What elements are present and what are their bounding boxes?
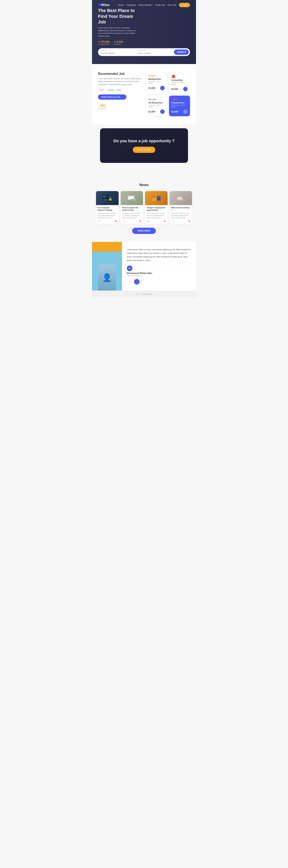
news-image-2 — [145, 191, 168, 205]
svg-rect-23 — [157, 197, 160, 197]
news-card-1: How to explore the world of work Lorem i… — [121, 191, 143, 224]
news-title-3: What remote working ? — [171, 207, 191, 211]
nav-featured[interactable]: Featured — [127, 4, 136, 6]
like-button-3[interactable]: ♡ 24 — [171, 220, 174, 222]
job-title-2: UX Researcher — [149, 102, 165, 104]
news-description-0: Lorem ipsum dolor sit amet, consectetur … — [98, 212, 117, 219]
svg-rect-5 — [103, 197, 105, 197]
svg-rect-3 — [103, 196, 106, 196]
bookmark-icon-2: 🔖 — [164, 220, 166, 222]
job-title-1: Accounting — [171, 79, 188, 81]
job-card-amazon: amazon Backend Dev California, United St… — [146, 72, 167, 94]
heart-icon-3: ♡ — [171, 220, 172, 222]
popular-count: ● 401 Popular Job — [98, 104, 142, 110]
news-image-3 — [170, 191, 192, 205]
search-input[interactable] — [101, 52, 123, 54]
bookmark-button-0[interactable]: 🔖 — [115, 220, 117, 222]
news-title-1: How to explore the world of work — [122, 207, 141, 211]
like-button-1[interactable]: ♡ 51 — [122, 220, 125, 222]
salary-0: $1,000 — [149, 87, 155, 89]
news-section: News Our Computer Network Training Lorem… — [92, 175, 196, 242]
news-description-2: Lorem ipsum dolor sit amet, consectetur … — [147, 212, 166, 219]
arrow-right-icon: → — [121, 96, 123, 98]
bookmark-icon-0: 🔖 — [115, 220, 117, 222]
svg-rect-13 — [128, 197, 131, 197]
job-card-airbnb: airbnb Frontend Dev Washington, United S… — [169, 96, 190, 116]
login-button[interactable]: Login — [179, 3, 190, 7]
cta-section: Do you have a job opportunity ? POST A J… — [92, 124, 196, 175]
job-arrow-button-2[interactable]: → — [160, 110, 165, 114]
job-cards-grid: amazon Backend Dev California, United St… — [146, 72, 190, 116]
bookmark-button-2[interactable]: 🔖 — [164, 220, 166, 222]
svg-rect-28 — [183, 198, 185, 200]
nav-how-it-works[interactable]: How it Works? — [138, 4, 153, 6]
search-section-label: SEARCH — [101, 50, 135, 51]
testimonial-divider — [134, 268, 191, 269]
stat-opportunities-number: 176.981 — [101, 40, 110, 43]
logo-accent: W — [98, 3, 101, 7]
heart-icon-0: ♥ — [98, 220, 98, 222]
orange-dot: ● — [98, 105, 99, 107]
job-location-0: California, United States — [149, 81, 165, 84]
news-grid: Our Computer Network Training Lorem ipsu… — [96, 191, 192, 224]
news-image-0 — [96, 191, 119, 205]
more-popular-job-button[interactable]: MORE POPULAR JOB → — [98, 94, 126, 100]
testimonial-avatar-circle: M — [127, 266, 132, 271]
testimonial-navigation: ← → — [127, 279, 191, 284]
more-news-button[interactable]: MORE NEWS — [132, 228, 156, 234]
job-card-apple: 🍎 Accounting California, United States $… — [169, 72, 190, 94]
recommended-description: Lorem ipsum dolor sit amet, consectetur … — [98, 77, 142, 86]
testimonial-prev-button[interactable]: ← — [127, 279, 132, 284]
testimonial-body: Lorem ipsum dolor sit amet, consectetur … — [127, 248, 191, 262]
person-image-area: 👤 — [92, 252, 122, 290]
location-input[interactable] — [138, 52, 161, 54]
testimonial-name: Muhammad Wildan Wari — [127, 272, 191, 274]
nav-post-job[interactable]: Post Job — [168, 4, 176, 6]
news-card-2: Designer employment opportunities Lorem … — [145, 191, 168, 224]
star-icon-2: ★ — [114, 41, 116, 43]
bookmark-button-3[interactable]: 🔖 — [188, 220, 190, 222]
bookmark-button-1[interactable]: 🔖 — [139, 220, 141, 222]
like-button-0[interactable]: ♥ 24 — [98, 220, 100, 222]
svg-rect-7 — [104, 200, 107, 200]
testimonial-image-area: 👤 — [92, 242, 122, 290]
navbar: WWiloa Home Featured How it Works? Finds… — [92, 0, 196, 10]
news-card-3: What remote working ? Lorem ipsum dolor … — [170, 191, 192, 224]
job-title-0: Backend Dev — [149, 78, 165, 80]
job-arrow-button-3[interactable]: → — [183, 110, 188, 114]
job-arrow-button-0[interactable]: → — [160, 86, 165, 90]
like-count-0: 24 — [99, 220, 100, 222]
hero-stat-companies: ★ 4.246 Company — [114, 40, 123, 45]
hero-title: The Best Place to Find Your Dream Job — [98, 8, 142, 25]
testimonial-content: Lorem ipsum dolor sit amet, consectetur … — [122, 242, 196, 290]
like-count-1: 51 — [124, 220, 125, 222]
nav-finds-job[interactable]: Finds Job — [155, 4, 165, 6]
person-avatar: 👤 — [98, 265, 116, 290]
salary-1: $1,000 — [171, 88, 178, 90]
job-location-1: California, United States — [171, 82, 188, 85]
svg-rect-26 — [178, 197, 182, 199]
nav-logo: WWiloa — [98, 3, 109, 7]
like-count-2: 48 — [148, 220, 150, 222]
nav-home[interactable]: Home — [118, 4, 124, 6]
star-icon: ★ — [98, 41, 100, 43]
news-title-2: Designer employment opportunities — [147, 207, 166, 211]
search-divider — [136, 50, 137, 55]
testimonial-next-button[interactable]: → — [134, 279, 139, 284]
job-arrow-button-1[interactable]: → — [183, 87, 188, 91]
hero-description: Lorem ipsum dolor sit amet, consectetur … — [98, 27, 138, 37]
bookmark-icon-3: 🔖 — [188, 220, 190, 222]
like-button-2[interactable]: ♥ 48 — [147, 220, 150, 222]
job-card-google: Google UX Researcher California, United … — [146, 96, 167, 116]
airbnb-logo: airbnb — [171, 98, 188, 100]
search-button[interactable]: SEARCH — [174, 50, 189, 55]
testimonial-avatar-row: M — [127, 266, 191, 271]
post-job-button[interactable]: POST A JOB — [133, 147, 155, 153]
bookmark-icon-1: 🔖 — [139, 220, 141, 222]
svg-rect-6 — [105, 199, 106, 200]
svg-rect-19 — [152, 197, 155, 197]
brand-dirac: DIRAC — [98, 89, 105, 91]
stat-companies-number: 4.246 — [117, 40, 123, 43]
hero-stats: ★ 176.981 Job Opportunity ★ 4.246 Compan… — [98, 40, 190, 45]
heart-icon-1: ♡ — [122, 220, 123, 222]
